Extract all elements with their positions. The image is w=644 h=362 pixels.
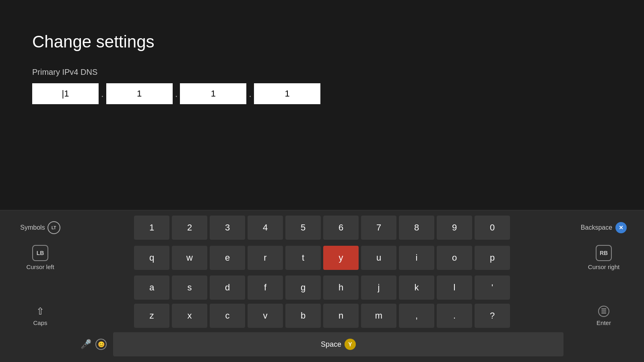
caps-icon: ⇧ [36, 306, 44, 317]
ip-octet-1-value: |1 [62, 88, 69, 99]
key-b[interactable]: b [285, 304, 321, 328]
page-title: Change settings [32, 32, 612, 51]
key-2[interactable]: 2 [172, 216, 207, 240]
space-label: Space [321, 340, 341, 349]
top-section: Change settings Primary IPv4 DNS |1 . 1 … [0, 0, 644, 120]
key-x[interactable]: x [172, 304, 207, 328]
keyboard-row-2-center: q w e r t y u i o p [80, 242, 564, 274]
key-4[interactable]: 4 [248, 216, 283, 240]
x-button: ✕ [615, 222, 627, 233]
key-e[interactable]: e [210, 246, 245, 270]
key-z[interactable]: z [134, 304, 169, 328]
keyboard-row-4: ⇧ Caps z x c v b n m , . ? ☰ Enter [0, 302, 644, 330]
key-n[interactable]: n [323, 304, 359, 328]
enter-button[interactable]: ☰ [598, 306, 609, 317]
enter-side: ☰ Enter [564, 302, 644, 330]
keyboard-area: Symbols LT 1 2 3 4 5 6 7 8 9 0 Backspace… [0, 210, 644, 362]
key-w[interactable]: w [172, 246, 207, 270]
key-r[interactable]: r [248, 246, 283, 270]
caps-side: ⇧ Caps [0, 302, 80, 330]
backspace-side: Backspace ✕ [564, 214, 644, 242]
field-label: Primary IPv4 DNS [32, 68, 612, 77]
ip-separator-2: . [175, 88, 178, 99]
cursor-left-label: Cursor left [26, 263, 54, 270]
ip-octet-4-value: 1 [285, 88, 289, 99]
keyboard-row-3-center: a s d f g h j k l ' [80, 274, 564, 302]
y-button: Y [345, 339, 356, 350]
key-h[interactable]: h [323, 276, 359, 300]
key-k[interactable]: k [399, 276, 434, 300]
key-f[interactable]: f [248, 276, 283, 300]
keyboard-row-5-center: 🎤 😊 Space Y [80, 330, 564, 359]
space-key[interactable]: Space Y [113, 332, 564, 356]
cursor-right-label: Cursor right [588, 263, 619, 270]
key-d[interactable]: d [210, 276, 245, 300]
key-period[interactable]: . [437, 304, 472, 328]
key-u[interactable]: u [361, 246, 396, 270]
key-5[interactable]: 5 [285, 216, 321, 240]
lb-button[interactable]: LT [47, 221, 60, 234]
keyboard-container: Symbols LT 1 2 3 4 5 6 7 8 9 0 Backspace… [0, 210, 644, 362]
rb-cursor-button[interactable]: RB [596, 245, 612, 261]
keyboard-row-1-center: 1 2 3 4 5 6 7 8 9 0 [80, 214, 564, 242]
ip-input-row: |1 . 1 . 1 . 1 [32, 83, 612, 104]
key-3[interactable]: 3 [210, 216, 245, 240]
microphone-icon[interactable]: 🎤 [80, 339, 91, 350]
key-j[interactable]: j [361, 276, 396, 300]
ip-octet-1[interactable]: |1 [32, 83, 99, 104]
keyboard-row-4-center: z x c v b n m , . ? [80, 302, 564, 330]
ip-octet-3[interactable]: 1 [180, 83, 246, 104]
keyboard-row-1: Symbols LT 1 2 3 4 5 6 7 8 9 0 Backspace… [0, 214, 644, 242]
menu-icon: ☰ [598, 306, 609, 317]
backspace-label: Backspace [581, 224, 612, 231]
key-8[interactable]: 8 [399, 216, 434, 240]
caps-label[interactable]: Caps [33, 319, 47, 326]
key-v[interactable]: v [248, 304, 283, 328]
keyboard-row-3: a s d f g h j k l ' [0, 274, 644, 302]
cursor-right-side: RB Cursor right [564, 242, 644, 274]
key-m[interactable]: m [361, 304, 396, 328]
keyboard-row-5: 🎤 😊 Space Y [0, 330, 644, 359]
key-9[interactable]: 9 [437, 216, 472, 240]
row3-right-side [564, 274, 644, 302]
key-s[interactable]: s [172, 276, 207, 300]
emoji-button[interactable]: 😊 [95, 339, 107, 350]
key-g[interactable]: g [285, 276, 321, 300]
key-apostrophe[interactable]: ' [475, 276, 510, 300]
key-p[interactable]: p [475, 246, 510, 270]
lb-cursor-button[interactable]: LB [32, 245, 48, 261]
key-6[interactable]: 6 [323, 216, 359, 240]
key-a[interactable]: a [134, 276, 169, 300]
mic-emoji-group: 🎤 😊 [80, 339, 107, 350]
key-i[interactable]: i [399, 246, 434, 270]
key-1[interactable]: 1 [134, 216, 169, 240]
row3-left-side [0, 274, 80, 302]
symbols-side: Symbols LT [0, 214, 80, 242]
ip-octet-2[interactable]: 1 [106, 83, 173, 104]
key-comma[interactable]: , [399, 304, 434, 328]
key-0[interactable]: 0 [475, 216, 510, 240]
row5-left-side [0, 330, 80, 359]
key-l[interactable]: l [437, 276, 472, 300]
backspace-button[interactable]: Backspace ✕ [581, 222, 627, 233]
key-q[interactable]: q [134, 246, 169, 270]
row5-right-side [564, 330, 644, 359]
ip-octet-2-value: 1 [137, 88, 142, 99]
cursor-left-side: LB Cursor left [0, 242, 80, 274]
ip-octet-3-value: 1 [211, 88, 216, 99]
key-question[interactable]: ? [475, 304, 510, 328]
keyboard-row-2: LB Cursor left q w e r t y u i o p RB Cu… [0, 242, 644, 274]
key-7[interactable]: 7 [361, 216, 396, 240]
key-c[interactable]: c [210, 304, 245, 328]
ip-separator-3: . [249, 88, 252, 99]
key-o[interactable]: o [437, 246, 472, 270]
ip-octet-4[interactable]: 1 [254, 83, 320, 104]
key-t[interactable]: t [285, 246, 321, 270]
enter-label: Enter [597, 319, 611, 326]
ip-separator-1: . [101, 88, 104, 99]
key-y[interactable]: y [323, 246, 359, 270]
symbols-label[interactable]: Symbols [20, 224, 45, 231]
